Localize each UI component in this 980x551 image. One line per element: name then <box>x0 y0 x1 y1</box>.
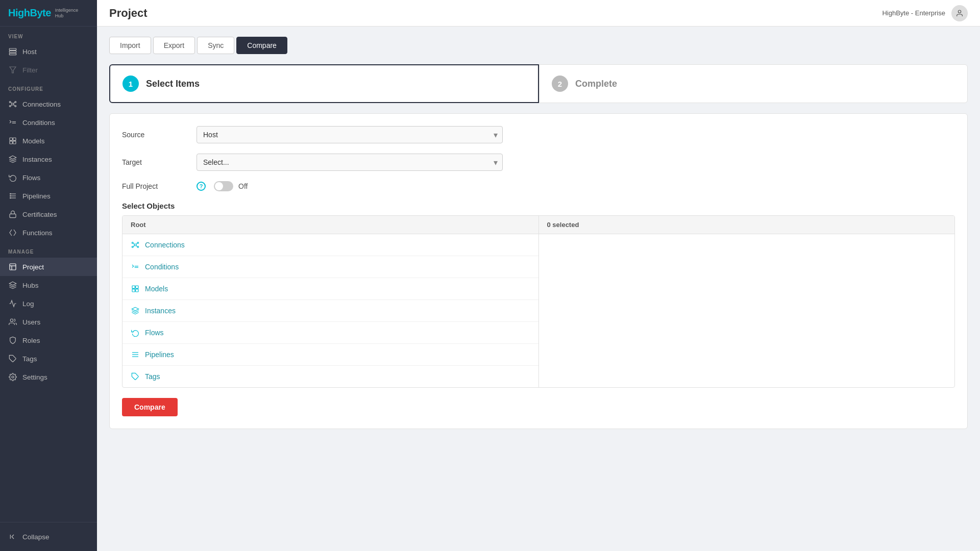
step-1-label: Select Items <box>146 79 200 89</box>
tags-row-icon <box>131 372 140 381</box>
sidebar-item-project[interactable]: Project <box>0 258 97 276</box>
target-row: Target Select... ▾ <box>122 154 955 171</box>
form-card: Source Host ▾ Target Select... ▾ <box>109 113 968 429</box>
svg-point-7 <box>9 106 11 107</box>
configure-section-label: CONFIGURE <box>0 79 97 95</box>
content-area: Import Export Sync Compare 1 Select Item… <box>97 27 980 551</box>
instances-row-icon <box>131 306 140 315</box>
sidebar-item-conditions[interactable]: Conditions <box>0 113 97 132</box>
compare-button[interactable]: Compare <box>122 398 178 416</box>
source-row: Source Host ▾ <box>122 126 955 143</box>
svg-rect-22 <box>10 214 16 217</box>
full-project-toggle[interactable] <box>214 181 233 191</box>
svg-rect-15 <box>10 138 12 140</box>
flows-icon <box>8 173 17 182</box>
source-control: Host ▾ <box>197 126 503 143</box>
sidebar-item-pipelines[interactable]: Pipelines <box>0 187 97 205</box>
target-select[interactable]: Select... <box>197 154 503 171</box>
svg-line-11 <box>11 105 12 106</box>
svg-point-28 <box>12 376 14 378</box>
object-row-models[interactable]: Models <box>122 278 538 300</box>
tags-row-label: Tags <box>145 372 160 381</box>
sidebar-item-instances[interactable]: Instances <box>0 150 97 168</box>
sidebar-item-settings[interactable]: Settings <box>0 368 97 386</box>
toggle-label: Off <box>238 182 248 190</box>
selected-items-content <box>539 234 955 251</box>
hubs-icon <box>8 281 17 290</box>
svg-rect-42 <box>132 286 135 288</box>
object-row-flows[interactable]: Flows <box>122 322 538 344</box>
sidebar-item-tags[interactable]: Tags <box>0 349 97 368</box>
svg-point-35 <box>137 246 139 248</box>
sidebar-item-flows[interactable]: Flows <box>0 168 97 187</box>
source-select[interactable]: Host <box>197 126 503 143</box>
sidebar-item-roles[interactable]: Roles <box>0 331 97 349</box>
sidebar-item-models[interactable]: Models <box>0 132 97 150</box>
collapse-button[interactable]: Collapse <box>0 528 97 546</box>
page-title: Project <box>109 7 148 20</box>
models-icon <box>8 136 17 145</box>
svg-line-9 <box>11 102 12 104</box>
conditions-row-icon <box>131 262 140 271</box>
full-project-label: Full Project <box>122 182 188 190</box>
settings-icon <box>8 372 17 382</box>
sidebar-item-users[interactable]: Users <box>0 313 97 331</box>
tags-icon <box>8 354 17 363</box>
object-row-pipelines[interactable]: Pipelines <box>122 344 538 366</box>
svg-rect-1 <box>9 51 16 53</box>
svg-line-39 <box>136 245 137 247</box>
svg-marker-3 <box>10 67 16 73</box>
object-row-instances[interactable]: Instances <box>122 300 538 322</box>
tab-export[interactable]: Export <box>153 37 195 54</box>
users-icon <box>8 317 17 327</box>
object-row-connections[interactable]: Connections <box>122 234 538 256</box>
object-row-conditions[interactable]: Conditions <box>122 256 538 278</box>
topbar: Project HighByte - Enterprise <box>97 0 980 27</box>
tab-sync[interactable]: Sync <box>197 37 234 54</box>
svg-rect-2 <box>9 53 16 55</box>
log-icon <box>8 299 17 308</box>
sidebar-item-filter[interactable]: Filter <box>0 61 97 79</box>
pipelines-row-icon <box>131 350 140 359</box>
tab-compare[interactable]: Compare <box>236 37 287 54</box>
svg-point-8 <box>15 106 16 107</box>
flows-row-label: Flows <box>145 329 164 337</box>
view-section-label: VIEW <box>0 27 97 42</box>
sidebar: HighByte Intelligence Hub VIEW Host Filt… <box>0 0 97 551</box>
models-row-label: Models <box>145 285 168 293</box>
user-avatar[interactable] <box>951 5 968 21</box>
sidebar-item-host[interactable]: Host <box>0 42 97 61</box>
selected-header: 0 selected <box>539 216 955 234</box>
sidebar-item-functions[interactable]: Functions <box>0 223 97 242</box>
objects-right-panel: 0 selected <box>539 216 955 387</box>
sidebar-item-hubs[interactable]: Hubs <box>0 276 97 294</box>
svg-point-34 <box>132 246 133 248</box>
object-row-tags[interactable]: Tags <box>122 366 538 387</box>
step-2-label: Complete <box>575 79 617 89</box>
connections-icon <box>8 99 17 109</box>
filter-icon <box>8 65 17 74</box>
sidebar-item-certificates[interactable]: Certificates <box>0 205 97 223</box>
svg-point-26 <box>10 319 13 321</box>
flows-row-icon <box>131 328 140 337</box>
svg-point-19 <box>10 193 11 195</box>
instances-row-label: Instances <box>145 307 176 315</box>
org-name: HighByte - Enterprise <box>882 9 945 17</box>
functions-icon <box>8 228 17 237</box>
tab-import[interactable]: Import <box>109 37 151 54</box>
sidebar-item-log[interactable]: Log <box>0 294 97 313</box>
svg-line-37 <box>136 243 137 244</box>
project-icon <box>8 262 17 271</box>
full-project-help-icon[interactable]: ? <box>197 182 206 191</box>
conditions-row-label: Conditions <box>145 263 179 271</box>
tabs-bar: Import Export Sync Compare <box>109 37 968 54</box>
svg-point-33 <box>137 242 139 244</box>
conditions-icon <box>8 118 17 127</box>
svg-point-5 <box>9 102 11 103</box>
sidebar-item-connections[interactable]: Connections <box>0 95 97 113</box>
wizard-step-2: 2 Complete <box>539 64 968 103</box>
wizard-steps: 1 Select Items 2 Complete <box>109 64 968 103</box>
target-label: Target <box>122 158 188 166</box>
collapse-icon <box>8 532 17 541</box>
svg-rect-45 <box>136 289 138 292</box>
